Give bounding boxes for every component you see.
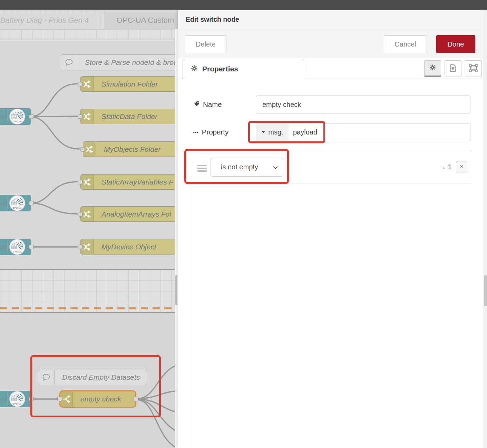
node-label: er (0, 239, 7, 255)
node-output-port[interactable] (29, 245, 34, 249)
rule-output-label: → 1 (439, 150, 452, 183)
workspace-tab-opcua-custom[interactable]: OPC-UA Custom (104, 12, 178, 29)
node-simulation-folder[interactable]: Simulation Folder (80, 76, 178, 92)
node-input-port[interactable] (78, 212, 82, 216)
opcua-icon: OPC UA (9, 109, 25, 125)
object-group-icon (469, 64, 478, 73)
node-opcua-browser[interactable]: er OPC UA (0, 108, 31, 125)
dialog-title: Edit switch node (178, 10, 483, 29)
wire[interactable] (138, 400, 177, 448)
opcua-icon: OPC UA (9, 391, 25, 407)
cancel-button[interactable]: Cancel (384, 35, 427, 53)
property-field-label-text: Property (202, 128, 228, 136)
comment-bubble-icon (38, 369, 55, 385)
node-opcua-browser[interactable]: er OPC UA (0, 195, 31, 211)
page-scrollbar-track[interactable] (483, 10, 487, 448)
node-label: AnalogItemArrays Fol (94, 210, 171, 218)
node-label: er (0, 195, 7, 211)
node-label: empty check (73, 395, 121, 403)
appearance-tab-button[interactable] (465, 60, 482, 77)
node-label: Simulation Folder (94, 80, 158, 88)
properties-tab-button[interactable] (424, 60, 441, 77)
comment-bubble-icon (61, 55, 77, 70)
node-staticdata-folder[interactable]: StaticData Folder (80, 109, 178, 124)
node-red-editor: Battery Diag - Prius Gen 4 OPC-UA Custom (0, 0, 487, 448)
node-label: MyDevice Object (94, 243, 156, 251)
node-opcua-browser[interactable]: er OPC UA (0, 391, 31, 407)
dialog-tab-row: Properties (178, 58, 483, 79)
node-label: MyObjects Folder (96, 145, 161, 153)
node-myobjects-folder[interactable]: MyObjects Folder (83, 141, 178, 157)
comment-node-discard-empty[interactable]: Discard Empty Datasets (38, 369, 147, 385)
drag-handle-icon[interactable] (197, 165, 207, 173)
node-output-port[interactable] (29, 201, 34, 206)
node-output-port[interactable] (134, 397, 138, 401)
node-icon-separator (8, 392, 8, 406)
node-opcua-browser[interactable]: er OPC UA (0, 239, 31, 255)
property-type-label: msg. (268, 128, 283, 136)
wire[interactable] (30, 117, 79, 149)
property-value[interactable]: payload (289, 123, 470, 141)
canvas-scrollbar-track[interactable] (175, 29, 178, 448)
node-mydevice-object[interactable]: MyDevice Object (80, 239, 175, 255)
node-output-port[interactable] (29, 397, 34, 401)
gear-icon (429, 64, 436, 72)
switch-icon (81, 207, 94, 221)
edit-switch-node-dialog: Edit switch node Delete Cancel Done Prop… (178, 10, 483, 448)
switch-icon (81, 109, 94, 124)
node-label: StaticArrayVariables F (94, 178, 173, 186)
rule-operator-select[interactable]: is not empty (211, 158, 283, 177)
wire[interactable] (30, 203, 77, 214)
node-label: Store & Parse nodeId & brow (77, 58, 178, 67)
opcua-icon: OPC UA (9, 239, 25, 255)
rule-operator-value: is not empty (211, 158, 283, 176)
node-label: er (0, 391, 7, 407)
delete-button[interactable]: Delete (185, 35, 226, 53)
done-button[interactable]: Done (436, 35, 475, 53)
node-input-port[interactable] (78, 245, 82, 249)
name-field-label: Name (194, 96, 222, 113)
workspace-tab-bar: Battery Diag - Prius Gen 4 OPC-UA Custom (0, 10, 178, 29)
name-input[interactable] (256, 96, 470, 113)
node-empty-check-selected[interactable]: empty check (59, 390, 136, 408)
flow-canvas[interactable]: Battery Diag - Prius Gen 4 OPC-UA Custom (0, 10, 178, 448)
wire[interactable] (30, 84, 77, 117)
comment-node-store-parse[interactable]: Store & Parse nodeId & brow (61, 54, 178, 70)
name-field-label-text: Name (203, 100, 222, 109)
node-input-port[interactable] (80, 147, 85, 151)
dialog-header: Edit switch node (178, 10, 483, 29)
tab-properties-label: Properties (202, 65, 238, 73)
opcua-icon-label: OPC UA (10, 403, 25, 405)
canvas-scrollbar-thumb[interactable] (175, 275, 177, 305)
tag-icon (194, 100, 200, 109)
node-input-port[interactable] (78, 82, 82, 86)
property-type-select[interactable]: msg. (256, 123, 289, 141)
node-input-port[interactable] (78, 180, 82, 184)
opcua-icon-label: OPC UA (10, 207, 25, 209)
rule-row: is not empty → 1 × (193, 150, 472, 183)
node-analogitemarrays-folder[interactable]: AnalogItemArrays Fol (80, 206, 178, 222)
node-icon-separator (8, 110, 8, 123)
node-output-port[interactable] (29, 115, 34, 119)
page-scrollbar-thumb[interactable] (484, 275, 487, 306)
node-input-port[interactable] (57, 397, 62, 401)
tab-properties[interactable]: Properties (183, 59, 304, 79)
node-label: Discard Empty Datasets (55, 373, 140, 381)
node-icon-separator (8, 240, 8, 253)
opcua-icon: OPC UA (9, 195, 25, 211)
description-tab-button[interactable] (445, 60, 461, 77)
rules-container: is not empty → 1 × (193, 150, 472, 448)
node-staticarrayvariables-folder[interactable]: StaticArrayVariables F (80, 174, 178, 190)
chevron-down-icon (273, 166, 278, 169)
node-input-port[interactable] (78, 114, 82, 119)
dialog-button-row: Delete Cancel Done (178, 29, 483, 58)
property-typed-input: msg. payload (256, 123, 470, 141)
caret-down-icon (262, 131, 265, 133)
opcua-icon-label: OPC UA (10, 120, 25, 122)
property-field-label: ••• Property (193, 123, 228, 141)
wire[interactable] (30, 116, 77, 117)
workspace-tab-battery-diag[interactable]: Battery Diag - Prius Gen 4 (0, 12, 99, 29)
rule-remove-button[interactable]: × (456, 161, 467, 172)
wire[interactable] (30, 182, 77, 203)
opcua-icon-label: OPC UA (10, 251, 25, 253)
